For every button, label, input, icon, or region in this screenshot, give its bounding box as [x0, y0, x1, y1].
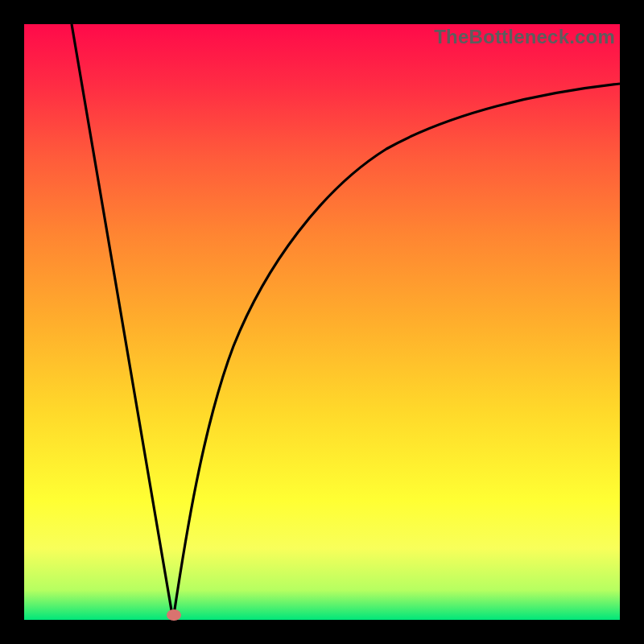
curve-path [72, 24, 620, 620]
chart-frame: TheBottleneck.com [0, 0, 644, 644]
minimum-marker [167, 609, 181, 621]
bottleneck-curve [24, 24, 620, 620]
plot-area: TheBottleneck.com [24, 24, 620, 620]
